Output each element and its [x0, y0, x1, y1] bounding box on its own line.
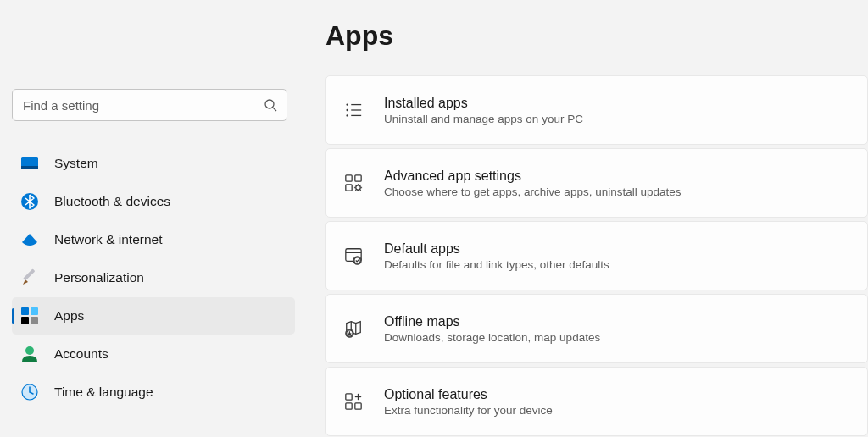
grid-gear-icon: [343, 173, 364, 193]
card-optional-features[interactable]: Optional features Extra functionality fo…: [326, 367, 868, 436]
svg-point-13: [346, 109, 348, 111]
sidebar-item-label: System: [54, 156, 98, 171]
card-desc: Uninstall and manage apps on your PC: [384, 113, 583, 125]
svg-rect-9: [31, 317, 38, 324]
sidebar-item-label: Time & language: [54, 384, 153, 400]
search-input[interactable]: [12, 89, 287, 121]
svg-rect-32: [355, 403, 361, 409]
svg-rect-3: [21, 166, 38, 169]
sidebar-item-label: Network & internet: [54, 232, 163, 247]
card-text: Advanced app settings Choose where to ge…: [384, 169, 681, 198]
clock-globe-icon: [20, 383, 39, 401]
card-desc: Extra functionality for your device: [384, 404, 553, 417]
cards-list: Installed apps Uninstall and manage apps…: [326, 75, 868, 436]
svg-point-14: [346, 114, 348, 116]
card-title: Optional features: [384, 387, 553, 402]
sidebar-item-label: Bluetooth & devices: [54, 194, 170, 209]
card-title: Installed apps: [384, 96, 583, 111]
bluetooth-icon: [20, 192, 39, 211]
sidebar: System Bluetooth & devices Network: [0, 0, 305, 437]
sidebar-item-network[interactable]: Network & internet: [12, 221, 295, 258]
svg-point-21: [356, 185, 361, 191]
sidebar-item-label: Apps: [54, 308, 84, 324]
svg-point-12: [346, 103, 348, 105]
paintbrush-icon: [20, 268, 39, 287]
sidebar-item-apps[interactable]: Apps: [12, 297, 295, 335]
card-text: Optional features Extra functionality fo…: [384, 387, 553, 417]
page-title: Apps: [326, 20, 868, 52]
map-download-icon: [343, 318, 364, 339]
sidebar-item-label: Accounts: [54, 346, 108, 362]
svg-rect-31: [346, 403, 352, 409]
card-title: Default apps: [384, 241, 609, 257]
card-offline-maps[interactable]: Offline maps Downloads, storage location…: [326, 294, 868, 363]
card-default-apps[interactable]: Default apps Defaults for file and link …: [326, 221, 868, 290]
svg-rect-7: [31, 307, 38, 315]
window-check-icon: [343, 246, 364, 266]
svg-rect-30: [346, 394, 352, 400]
card-text: Installed apps Uninstall and manage apps…: [384, 96, 583, 125]
svg-rect-5: [23, 268, 35, 280]
sidebar-item-personalization[interactable]: Personalization: [12, 259, 295, 296]
card-desc: Defaults for file and link types, other …: [384, 258, 609, 271]
card-text: Default apps Defaults for file and link …: [384, 241, 609, 271]
system-icon: [20, 154, 39, 173]
apps-icon: [20, 307, 39, 325]
svg-point-10: [25, 346, 34, 355]
card-advanced-app-settings[interactable]: Advanced app settings Choose where to ge…: [326, 148, 868, 218]
svg-rect-19: [355, 175, 361, 181]
card-text: Offline maps Downloads, storage location…: [384, 314, 600, 344]
sidebar-item-accounts[interactable]: Accounts: [12, 335, 295, 373]
sidebar-item-system[interactable]: System: [12, 145, 295, 182]
svg-rect-8: [21, 317, 29, 324]
sidebar-item-label: Personalization: [54, 270, 144, 285]
list-icon: [343, 100, 364, 120]
sidebar-item-bluetooth[interactable]: Bluetooth & devices: [12, 183, 295, 220]
wifi-icon: [20, 230, 39, 249]
nav-list: System Bluetooth & devices Network: [12, 145, 295, 411]
card-desc: Choose where to get apps, archive apps, …: [384, 185, 681, 198]
svg-rect-18: [346, 175, 352, 181]
svg-rect-6: [21, 307, 29, 315]
card-installed-apps[interactable]: Installed apps Uninstall and manage apps…: [326, 75, 868, 145]
sidebar-item-time-language[interactable]: Time & language: [12, 373, 295, 411]
card-title: Offline maps: [384, 314, 600, 329]
search-container: [12, 89, 287, 121]
accounts-icon: [20, 345, 39, 363]
main-content: Apps Installed apps Uninstall and manag: [305, 0, 868, 437]
card-desc: Downloads, storage location, map updates: [384, 331, 600, 344]
card-title: Advanced app settings: [384, 169, 681, 184]
grid-plus-icon: [343, 391, 364, 412]
svg-rect-20: [346, 185, 352, 191]
